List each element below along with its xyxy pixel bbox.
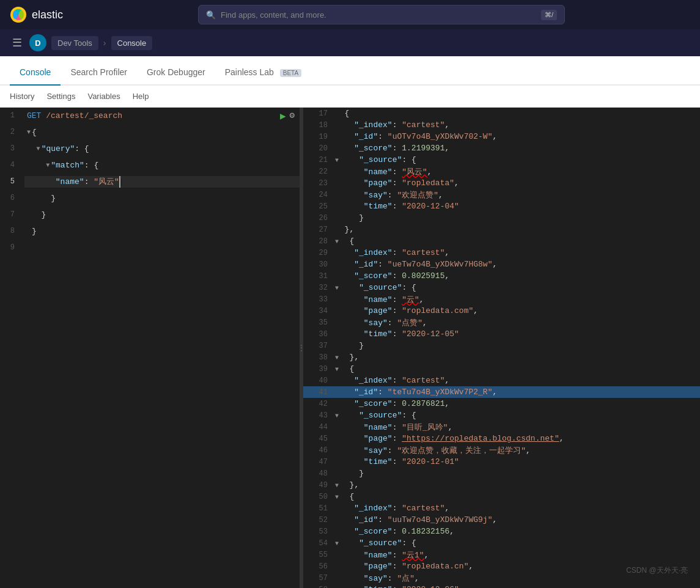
output-line-28: 28 ▼ { [303,235,700,247]
output-line-54: 54 ▼ "_source": { [303,537,700,549]
editor-toolbar: ▶ ⚙ [280,110,295,122]
output-line-36: 36 "time": "2020-12-05" [303,328,700,340]
main-content: ▶ ⚙ 1 GET /cartest/_search 2 ▼{ [0,108,700,588]
output-line-39: 39 ▼ { [303,363,700,375]
tab-bar: Console Search Profiler Grok Debugger Pa… [0,56,700,86]
beta-badge: BETA [280,69,301,77]
output-line-50: 50 ▼ { [303,491,700,502]
output-line-31: 31 "_score": 0.8025915, [303,270,700,282]
tab-painless-lab[interactable]: Painless Lab BETA [215,60,311,86]
tab-grok-debugger[interactable]: Grok Debugger [137,60,215,86]
breadcrumb-console[interactable]: Console [111,36,153,50]
output-line-30: 30 "_id": "ueTw7o4B_yXDkWv7HG8w", [303,259,700,270]
nav-variables[interactable]: Variables [87,92,120,101]
output-line-34: 34 "page": "ropledata.com", [303,305,700,317]
output-line-24: 24 "say": "欢迎点赞", [303,189,700,200]
output-line-49: 49 ▼ }, [303,479,700,491]
output-line-40: 40 "_index": "cartest", [303,375,700,386]
svg-point-3 [13,10,18,19]
elastic-wordmark: elastic [32,9,63,21]
output-line-52: 52 "_id": "uuTw7o4B_yXDkWv7WG9j", [303,514,700,526]
hamburger-button[interactable]: ☰ [10,34,24,52]
output-line-33: 33 "name": "云", [303,293,700,305]
output-line-18: 18 "_index": "cartest", [303,119,700,131]
output-line-45: 45 "page": "https://ropledata.blog.csdn.… [303,433,700,444]
output-line-48: 48 } [303,468,700,479]
output-line-51: 51 "_index": "cartest", [303,502,700,514]
editor-line-1: 1 GET /cartest/_search [0,108,300,124]
avatar[interactable]: D [29,34,46,51]
output-line-26: 26 } [303,212,700,224]
nav-help[interactable]: Help [133,92,149,101]
output-line-43: 43 ▼ "_source": { [303,410,700,421]
output-line-53: 53 "_score": 0.18232156, [303,526,700,537]
search-icon: 🔍 [206,10,216,20]
elastic-logo-icon [10,6,27,23]
elastic-logo[interactable]: elastic [10,6,63,23]
svg-point-4 [19,10,24,19]
breadcrumb-bar: ☰ D Dev Tools › Console [0,29,700,56]
tab-search-profiler[interactable]: Search Profiler [61,60,137,86]
output-line-21: 21 ▼ "_source": { [303,154,700,166]
run-button[interactable]: ▶ [280,110,286,122]
output-line-42: 42 "_score": 0.2876821, [303,398,700,410]
secondary-nav: History Settings Variables Help [0,86,700,108]
search-shortcut: ⌘/ [541,10,557,20]
output-line-58: 58 "time": "2020-12-06" [303,584,700,588]
output-line-22: 22 "name": "风云", [303,166,700,177]
editor-pane[interactable]: ▶ ⚙ 1 GET /cartest/_search 2 ▼{ [0,108,300,588]
breadcrumb-devtools[interactable]: Dev Tools [51,36,98,50]
output-line-17: 17 { [303,108,700,119]
nav-history[interactable]: History [10,92,34,101]
breadcrumb-separator: › [103,38,106,48]
output-pane[interactable]: 17 { 18 "_index": "cartest", 19 "_id": "… [303,108,700,588]
output-line-47: 47 "time": "2020-12-01" [303,456,700,468]
output-line-29: 29 "_index": "cartest", [303,247,700,259]
output-line-19: 19 "_id": "uOTv7o4B_yXDkWv702-W", [303,131,700,142]
output-line-44: 44 "name": "目听_风吟", [303,421,700,433]
output-line-41: 41 "_id": "teTu7o4B_yXDkWv7P2_R", [303,386,700,398]
output-line-23: 23 "page": "ropledata", [303,177,700,189]
nav-settings[interactable]: Settings [46,92,75,101]
settings-button[interactable]: ⚙ [290,110,295,122]
search-placeholder: Find apps, content, and more. [221,10,326,20]
output-line-20: 20 "_score": 1.2199391, [303,142,700,154]
output-line-37: 37 } [303,340,700,351]
top-bar: elastic 🔍 Find apps, content, and more. … [0,0,700,29]
output-line-25: 25 "time": "2020-12-04" [303,200,700,212]
output-line-27: 27 }, [303,224,700,235]
global-search-bar[interactable]: 🔍 Find apps, content, and more. ⌘/ [198,5,565,24]
output-line-32: 32 ▼ "_source": { [303,282,700,293]
output-line-38: 38 ▼ }, [303,351,700,363]
tab-console[interactable]: Console [10,60,61,86]
watermark: CSDN @天外天·亮 [626,565,688,576]
output-line-46: 46 "say": "欢迎点赞，收藏，关注，一起学习", [303,444,700,456]
output-line-35: 35 "say": "点赞", [303,317,700,328]
output-line-55: 55 "name": "云1", [303,549,700,560]
